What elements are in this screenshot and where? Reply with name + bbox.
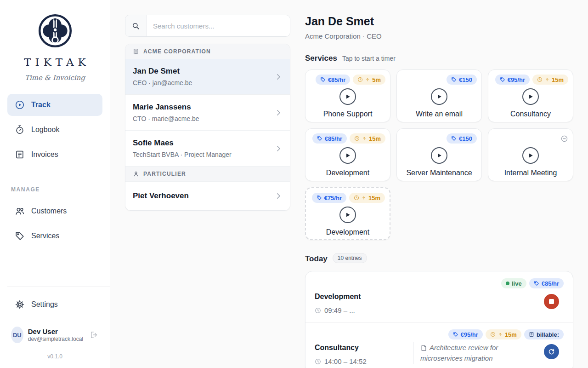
service-name: Server Maintenance: [406, 169, 472, 177]
today-heading: Today: [305, 254, 328, 264]
rate-badge: €95/hr: [448, 329, 483, 339]
invoice-icon: [15, 150, 25, 160]
service-card-server-maintenance[interactable]: €150 Server Maintenance: [396, 128, 482, 181]
customer-list: ACME CORPORATION Jan De Smet CEO · jan@a…: [125, 44, 290, 211]
gear-icon: [15, 299, 25, 310]
service-card-internal-meeting[interactable]: Internal Meeting: [488, 128, 573, 181]
entry-time-range: 09:49 – ...: [315, 306, 564, 314]
stop-timer-button[interactable]: [544, 294, 559, 309]
logout-icon[interactable]: [88, 328, 101, 341]
building-icon: [133, 48, 139, 55]
sidebar-item-label: Settings: [31, 300, 58, 309]
entry-service-name: Consultancy: [315, 344, 405, 352]
sidebar-item-label: Services: [31, 232, 59, 240]
live-badge: live: [501, 278, 526, 288]
group-label: ACME CORPORATION: [143, 48, 211, 55]
customer-name: Sofie Maes: [133, 138, 232, 148]
sidebar-item-label: Customers: [31, 207, 67, 215]
time-entry-development: live €85/hr Development 09:49 – ...: [305, 271, 573, 322]
restart-timer-button[interactable]: [544, 344, 559, 359]
users-icon: [15, 206, 25, 216]
note-icon: [420, 345, 427, 351]
service-name: Internal Meeting: [504, 169, 557, 177]
sidebar-item-label: Invoices: [31, 150, 58, 159]
customer-search: [125, 15, 290, 37]
non-billable-icon: [560, 135, 568, 143]
customer-row-piet[interactable]: Piet Verhoeven: [125, 181, 290, 210]
services-heading: Services: [305, 54, 337, 63]
rate-badge: €85/hr: [312, 133, 347, 144]
rounding-badge: 15m: [350, 133, 385, 144]
sidebar-item-label: Logbook: [31, 126, 59, 134]
rate-badge: €85/hr: [316, 75, 350, 85]
service-name: Consultancy: [510, 110, 551, 118]
rounding-badge: 15m: [532, 75, 568, 85]
entry-time-range: 14:00 – 14:52: [315, 357, 405, 365]
sidebar: TIKTAK Time & Invoicing Track Logbook In…: [0, 0, 110, 368]
sidebar-item-logbook[interactable]: Logbook: [7, 119, 102, 141]
rounding-badge: 5m: [353, 75, 385, 85]
rate-badge: €150: [447, 75, 477, 85]
service-card-development-custom[interactable]: €75/hr 15m Development: [305, 187, 390, 240]
app-name: TIKTAK: [7, 56, 102, 68]
play-icon: [431, 88, 447, 105]
page-subtitle: Acme Corporation · CEO: [305, 32, 573, 40]
sidebar-item-invoices[interactable]: Invoices: [7, 144, 102, 166]
today-entries-card: live €85/hr Development 09:49 – ...: [305, 271, 573, 368]
service-name: Development: [326, 228, 369, 236]
sidebar-item-customers[interactable]: Customers: [7, 200, 102, 222]
sidebar-item-track[interactable]: Track: [7, 94, 102, 116]
customer-group-particulier: PARTICULIER: [125, 166, 290, 181]
services-hint: Tap to start a timer: [342, 55, 396, 62]
customer-row-marie[interactable]: Marie Janssens CTO · marie@acme.be: [125, 94, 290, 130]
service-name: Write an email: [416, 110, 463, 118]
rounding-badge: 15m: [486, 329, 521, 339]
stop-icon: [549, 299, 554, 304]
restart-icon: [548, 348, 555, 356]
manage-section-label: MANAGE: [7, 175, 102, 200]
customer-row-sofie[interactable]: Sofie Maes TechStart BVBA · Project Mana…: [125, 130, 290, 166]
rate-badge: €85/hr: [529, 278, 564, 288]
customers-panel: ACME CORPORATION Jan De Smet CEO · jan@a…: [110, 0, 290, 368]
customer-subtitle: TechStart BVBA · Project Manager: [133, 151, 232, 158]
sidebar-item-services[interactable]: Services: [7, 225, 102, 247]
clock-icon: [315, 307, 321, 314]
chevron-right-icon: [274, 109, 283, 117]
sidebar-item-label: Track: [31, 101, 51, 109]
service-name: Development: [326, 169, 369, 177]
service-name: Phone Support: [323, 110, 373, 118]
play-icon: [339, 147, 356, 164]
tag-icon: [15, 231, 25, 241]
rate-badge: €75/hr: [312, 193, 346, 203]
today-count-badge: 10 entries: [333, 253, 367, 263]
live-dot-icon: [506, 282, 509, 285]
customer-subtitle: CTO · marie@acme.be: [133, 115, 199, 122]
rate-badge: €95/hr: [495, 75, 530, 85]
person-icon: [133, 171, 139, 177]
app-version: v0.1.0: [7, 348, 102, 362]
entry-note: Architecture review for microservices mi…: [413, 342, 538, 364]
play-icon: [339, 88, 356, 105]
rounding-badge: 15m: [349, 193, 385, 203]
sidebar-item-settings[interactable]: Settings: [7, 293, 102, 316]
chevron-right-icon: [274, 144, 283, 153]
customer-row-jan[interactable]: Jan De Smet CEO · jan@acme.be: [125, 59, 290, 94]
chevron-right-icon: [274, 73, 283, 81]
billable-badge: billable:: [524, 329, 564, 339]
group-label: PARTICULIER: [143, 171, 186, 177]
customer-name: Jan De Smet: [133, 67, 192, 76]
app-tagline: Time & Invoicing: [7, 74, 102, 82]
user-name: Dev User: [28, 328, 83, 335]
sidebar-divider: [7, 287, 110, 287]
time-entry-consultancy: €95/hr 15m billable: Consultancy: [305, 322, 573, 368]
play-icon: [522, 147, 539, 164]
play-icon: [431, 147, 447, 164]
clock-icon: [315, 358, 321, 365]
service-card-consultancy[interactable]: €95/hr 15m Consultancy: [488, 69, 573, 122]
service-card-development[interactable]: €85/hr 15m Development: [305, 128, 390, 181]
service-card-write-email[interactable]: €150 Write an email: [396, 69, 482, 122]
services-grid: €85/hr 5m Phone Support €150: [305, 69, 573, 240]
service-card-phone-support[interactable]: €85/hr 5m Phone Support: [305, 69, 390, 122]
search-input[interactable]: [147, 15, 290, 36]
chevron-right-icon: [274, 192, 283, 200]
